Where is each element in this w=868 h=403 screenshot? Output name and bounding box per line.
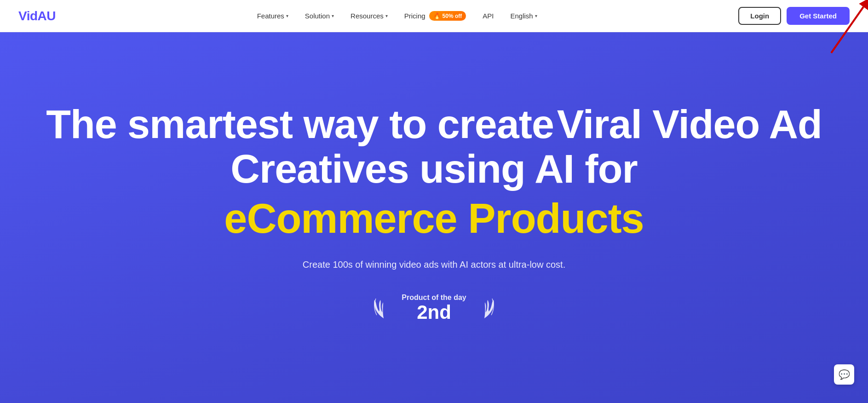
language-label: English [510, 12, 533, 20]
pricing-label: Pricing [404, 12, 425, 20]
nav-pricing[interactable]: Pricing 🔥 50% off [398, 7, 473, 24]
nav-language[interactable]: English ▾ [504, 8, 543, 23]
solution-chevron-icon: ▾ [332, 13, 334, 18]
nav-solution[interactable]: Solution ▾ [299, 8, 340, 23]
nav-menu: Features ▾ Solution ▾ Resources ▾ Pricin… [56, 7, 738, 24]
hero-title: The smartest way to create Viral Video A… [18, 102, 850, 242]
navbar: VidAU Features ▾ Solution ▾ Resources ▾ … [0, 0, 868, 32]
resources-label: Resources [351, 12, 384, 20]
pricing-discount-badge: 🔥 50% off [429, 11, 466, 21]
product-of-day-badge: Product of the day 2nd [372, 293, 495, 324]
hero-title-highlight: eCommerce Products [18, 195, 850, 243]
nav-resources[interactable]: Resources ▾ [344, 8, 394, 23]
product-rank: 2nd [417, 302, 451, 323]
get-started-button[interactable]: Get Started [787, 7, 850, 25]
login-button[interactable]: Login [738, 7, 781, 25]
chat-widget[interactable]: 💬 [834, 364, 854, 385]
pricing-discount-text: 50% off [443, 13, 462, 19]
hero-section: The smartest way to create Viral Video A… [0, 32, 868, 403]
nav-api[interactable]: API [476, 8, 500, 23]
hero-title-line1: The smartest way to create [46, 101, 554, 147]
features-chevron-icon: ▾ [286, 13, 288, 18]
product-badge-text: Product of the day 2nd [402, 294, 466, 323]
features-label: Features [257, 12, 284, 20]
language-chevron-icon: ▾ [535, 13, 537, 18]
product-of-day-label: Product of the day [402, 294, 466, 302]
resources-chevron-icon: ▾ [385, 13, 388, 18]
brand-logo[interactable]: VidAU [18, 9, 56, 23]
solution-label: Solution [305, 12, 330, 20]
api-label: API [483, 12, 494, 20]
nav-features[interactable]: Features ▾ [251, 8, 295, 23]
hero-subtitle: Create 100s of winning video ads with AI… [303, 259, 565, 270]
chat-icon: 💬 [839, 369, 850, 380]
logo-vid: Vid [18, 9, 38, 23]
fire-icon: 🔥 [433, 12, 441, 19]
laurel-right-icon [473, 293, 496, 324]
laurel-left-icon [372, 293, 395, 324]
logo-au: AU [38, 9, 56, 23]
navbar-actions: Login Get Started [738, 7, 850, 25]
